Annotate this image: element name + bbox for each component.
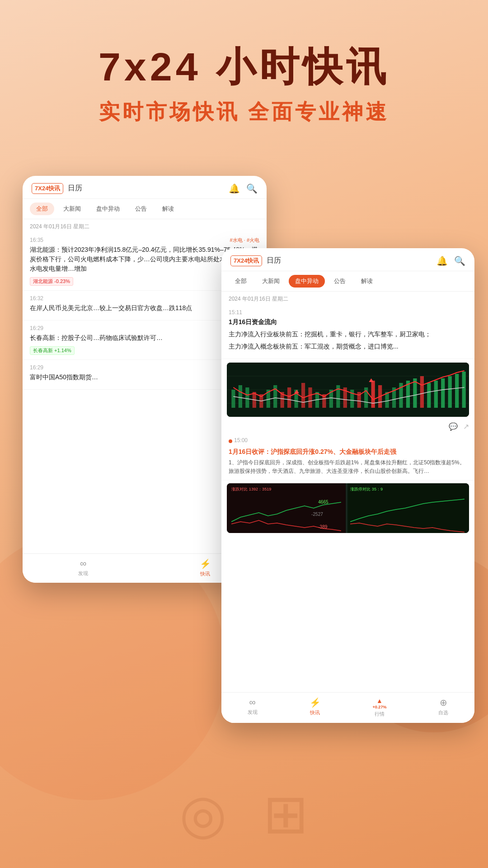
back-header-calendar: 日历 [68,184,229,193]
svg-rect-33 [434,381,438,408]
front-hot-news-title: 1月16日收评：沪指探底回升涨0.27%、大金融板块午后走强 [229,447,467,457]
front-news-item-1: 15:11 1月16日资金流向 主力净流入行业板块前五：挖掘机，重卡，银行，汽车… [221,305,474,359]
hero-section: 7x24 小时快讯 实时市场快讯 全面专业神速 [0,0,488,144]
svg-rect-31 [420,376,424,408]
back-header-icons: 🔔 🔍 [229,183,258,194]
svg-rect-32 [427,383,431,408]
back-nav-flash[interactable]: ⚡ 快讯 [200,558,211,577]
back-date-label: 2024 年01月16日 星期二 [23,219,267,232]
front-news-time-2: 15:00 [234,437,248,443]
svg-rect-34 [441,378,445,408]
svg-rect-14 [301,383,305,408]
back-nav-discover[interactable]: ∞ 发现 [78,558,88,577]
tab-announce-front[interactable]: 公告 [328,275,352,288]
front-header-calendar: 日历 [267,256,436,265]
svg-rect-36 [455,374,459,408]
front-market-chart: 涨跌对比 1392：3519 涨跌停对比 35：9 4665 -2527 -38… [227,483,469,533]
tab-announce-back[interactable]: 公告 [129,203,153,215]
front-nav-watchlist[interactable]: ⊕ 自选 [438,697,448,717]
market-arrow-icon: ▲ [376,697,383,704]
front-tab-bar: 全部 大新闻 盘中异动 公告 解读 [221,271,474,292]
market-mini-indicator: ▲ +0.27% [373,697,387,709]
front-flash-icon: ⚡ [310,697,321,708]
comment-icon[interactable]: 💬 [449,422,458,431]
front-news-body-1: 主力净流入行业板块前五：挖掘机，重卡，银行，汽车整车，厨卫家电； [229,330,467,339]
front-nav-discover[interactable]: ∞ 发现 [248,697,258,717]
svg-rect-15 [308,387,312,408]
front-nav-watchlist-label: 自选 [438,709,448,716]
flash-icon: ⚡ [200,558,211,569]
watermark-icon-2: ⊞ [263,783,309,845]
back-phone-header: 7X24快讯 日历 🔔 🔍 [23,176,267,199]
back-nav-flash-label: 快讯 [200,571,210,577]
tab-interpret-back[interactable]: 解读 [156,203,180,215]
front-news-body-2: 主力净流入概念板块前五：军工混改，期货概念，进口博览... [229,342,467,351]
back-news-time-1: 16:35 #水电 · #火电 [30,237,259,243]
discover-icon: ∞ [80,558,86,569]
front-nav-flash-label: 快讯 [310,709,320,716]
front-watchlist-icon: ⊕ [440,697,447,708]
hero-subtitle: 实时市场快讯 全面专业神速 [27,98,461,126]
front-chart-1 [227,363,469,417]
svg-rect-37 [462,372,466,408]
front-nav-market[interactable]: ▲ +0.27% 行情 [373,697,387,717]
phone-front: 7X24快讯 日历 🔔 🔍 全部 大新闻 盘中异动 公告 解读 2024 年01… [221,248,474,723]
svg-rect-6 [245,387,249,408]
phones-container: 7X24快讯 日历 🔔 🔍 全部 大新闻 盘中异动 公告 解读 2024 年01… [0,149,488,773]
front-date-label: 2024 年01月16日 星期二 [221,292,474,305]
front-bottom-nav: ∞ 发现 ⚡ 快讯 ▲ +0.27% 行情 ⊕ 自选 [221,692,474,723]
tab-all-back[interactable]: 全部 [30,203,54,215]
back-tab-bar: 全部 大新闻 盘中异动 公告 解读 [23,199,267,219]
front-news-time-1: 15:11 [229,309,467,316]
front-nav-flash[interactable]: ⚡ 快讯 [310,697,321,717]
watermark-icon-1: ◎ [179,783,227,845]
front-search-icon[interactable]: 🔍 [454,255,465,266]
front-news-title-1: 1月16日资金流向 [229,317,467,327]
svg-rect-4 [231,390,235,408]
tab-bignews-front[interactable]: 大新闻 [256,275,286,288]
svg-text:-389: -389 [318,524,328,529]
front-discover-icon: ∞ [249,697,255,708]
front-bell-icon[interactable]: 🔔 [436,255,448,266]
market-change-value: +0.27% [373,705,387,709]
tab-market-back[interactable]: 盘中异动 [90,203,126,215]
front-app-logo: 7X24快讯 [230,255,262,266]
front-hot-news-body: 1、沪指今日探底回升，深成指、创业板指午后跌超1%，尾盘集体拉升翻红，北证50指… [229,458,467,476]
svg-text:涨跌对比  1392：3519: 涨跌对比 1392：3519 [231,487,271,491]
search-icon[interactable]: 🔍 [246,183,258,194]
svg-rect-5 [239,385,242,408]
front-nav-discover-label: 发现 [248,709,258,716]
front-action-icons: 💬 ↗ [221,420,474,433]
bell-icon[interactable]: 🔔 [229,183,240,194]
tab-market-front[interactable]: 盘中异动 [289,275,325,288]
front-header-icons: 🔔 🔍 [436,255,465,266]
svg-rect-35 [448,376,452,408]
svg-text:4665: 4665 [318,500,328,505]
front-news-item-2: 15:00 1月16日收评：沪指探底回升涨0.27%、大金融板块午后走强 1、沪… [221,433,474,481]
tab-bignews-back[interactable]: 大新闻 [57,203,87,215]
share-icon[interactable]: ↗ [463,422,469,431]
svg-rect-30 [413,378,417,408]
candlestick-chart [227,363,469,417]
svg-text:-2527: -2527 [311,512,323,517]
hero-title: 7x24 小时快讯 [27,45,461,89]
svg-text:涨跌停对比  35：9: 涨跌停对比 35：9 [350,487,383,491]
red-dot-indicator [229,439,232,443]
front-nav-market-label: 行情 [375,711,385,717]
back-nav-discover-label: 发现 [78,570,88,577]
back-news-tag-1: #水电 · #火电 [230,237,259,244]
back-stock-badge-1: 湖北能源 -0.23% [30,277,73,286]
svg-rect-24 [371,381,375,408]
back-app-logo: 7X24快讯 [32,183,63,194]
svg-rect-12 [287,387,291,408]
market-chart-svg: 涨跌对比 1392：3519 涨跌停对比 35：9 4665 -2527 -38… [227,483,469,533]
tab-all-front[interactable]: 全部 [229,275,253,288]
tab-interpret-front[interactable]: 解读 [355,275,379,288]
front-phone-header: 7X24快讯 日历 🔔 🔍 [221,248,474,271]
back-stock-badge-3: 长春高新 +1.14% [30,346,75,355]
